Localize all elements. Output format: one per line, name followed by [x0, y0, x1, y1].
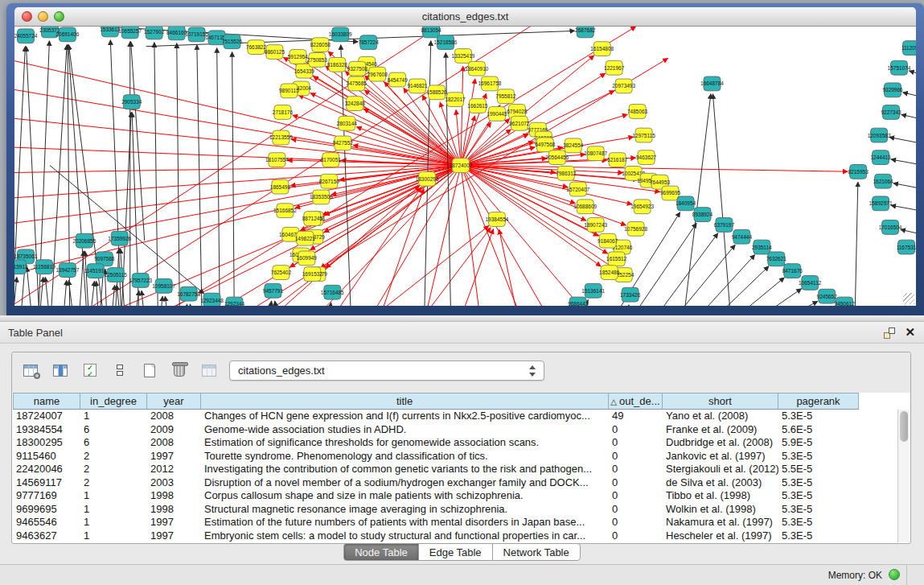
graph-node[interactable]: 12923448 [200, 293, 224, 306]
table-row[interactable]: 946362711997Embryonic stem cells: a mode… [13, 529, 897, 543]
graph-node[interactable]: 8215953 [848, 165, 869, 179]
graph-node[interactable]: 3824554 [563, 138, 584, 153]
graph-node[interactable]: 12093583 [868, 128, 891, 142]
graph-node[interactable]: 8471676 [782, 264, 803, 278]
graph-node[interactable]: 7663822 [246, 40, 267, 55]
graph-node[interactable]: 5912954 [288, 50, 309, 64]
new-column-button[interactable] [139, 359, 160, 381]
graph-node[interactable]: 1498221 [295, 231, 316, 245]
graph-node[interactable]: 7515526 [222, 35, 243, 49]
graph-node[interactable]: 8170051 [321, 153, 342, 167]
graph-node[interactable]: 10756928 [624, 222, 647, 237]
column-header-title[interactable]: title [201, 393, 609, 410]
graph-node[interactable]: 1662615 [467, 99, 488, 113]
graph-node[interactable]: 20973493 [612, 79, 635, 93]
graph-node[interactable]: 1588520 [426, 85, 447, 100]
graph-node[interactable]: 15166852 [273, 204, 297, 218]
select-column-button[interactable] [50, 359, 71, 381]
delete-column-button[interactable] [169, 359, 190, 381]
graph-node[interactable]: 1852486 [599, 266, 620, 280]
graph-node[interactable]: 2718176 [273, 105, 294, 120]
graph-node[interactable]: 8267150 [319, 174, 340, 188]
column-header-short[interactable]: short [663, 393, 778, 410]
graph-node[interactable]: 16961758 [478, 76, 502, 91]
graph-node[interactable]: 1609949 [297, 251, 318, 266]
memory-status-indicator[interactable] [889, 569, 900, 580]
graph-node[interactable]: 3242848 [345, 97, 366, 111]
graph-node[interactable]: 18640910 [466, 61, 489, 76]
graph-node[interactable]: 13942757 [55, 263, 79, 278]
table-row[interactable]: 1456911722003Disruption of a novel membe… [13, 476, 897, 490]
graph-node[interactable]: 20691406 [55, 27, 79, 42]
panel-splitter[interactable] [0, 315, 924, 322]
graph-node[interactable]: 18353505 [310, 190, 333, 204]
graph-node[interactable]: 15136141 [581, 283, 605, 298]
window-resize-grip[interactable] [903, 293, 914, 304]
graph-node[interactable]: 20206856 [72, 233, 96, 248]
citation-network-graph[interactable]: 2405572423053732069140615336131065525715… [14, 27, 916, 306]
column-header-out_degree[interactable]: △out_de... [609, 393, 663, 410]
graph-node[interactable]: 1733426 [620, 287, 641, 302]
graph-node[interactable]: 19384554 [486, 212, 509, 227]
graph-node[interactable]: 16154808 [590, 42, 614, 56]
graph-node[interactable]: 8938924 [692, 208, 713, 222]
graph-node[interactable]: 7625402 [271, 266, 292, 280]
graph-node[interactable]: 18724007 [450, 159, 473, 173]
graph-node[interactable]: 9427552 [333, 136, 354, 150]
table-selector-dropdown[interactable]: citations_edges.txt [229, 360, 544, 381]
scrollbar-thumb[interactable] [900, 411, 908, 442]
column-header-in_degree[interactable]: in_degree [80, 393, 147, 410]
graph-node[interactable]: 16033809 [329, 27, 352, 42]
graph-node[interactable]: 2750853 [307, 53, 328, 68]
table-row[interactable]: 2242004622012Investigating the contribut… [13, 463, 897, 476]
graph-node[interactable]: 10958107 [152, 278, 175, 293]
network-window-titlebar[interactable]: citations_edges.txt [14, 7, 916, 27]
close-panel-icon[interactable]: ✕ [905, 325, 915, 340]
graph-node[interactable]: 12975115 [632, 128, 655, 142]
window-close-button[interactable] [22, 11, 32, 22]
graph-node[interactable]: 1615512 [606, 252, 627, 266]
graph-node[interactable]: 2687682 [575, 27, 596, 38]
graph-node[interactable]: 3475685 [347, 76, 368, 91]
graph-node[interactable]: 9184067 [598, 233, 618, 248]
graph-node[interactable]: 7857224 [359, 35, 380, 50]
graph-node[interactable]: 10654112 [799, 276, 822, 290]
table-row[interactable]: 911546021997Tourette syndrome. Phenomeno… [13, 450, 897, 463]
graph-node[interactable]: 18300295 [416, 171, 439, 186]
graph-node[interactable]: 1112053 [901, 41, 916, 56]
graph-node[interactable]: 10807487 [584, 146, 607, 161]
graph-node[interactable]: 9890115 [279, 84, 299, 98]
graph-node[interactable]: 7632621 [766, 252, 787, 266]
column-header-name[interactable]: name [13, 393, 80, 410]
graph-node[interactable]: 18907243 [584, 218, 607, 233]
graph-node[interactable]: 8871245 [302, 212, 323, 226]
tab-edge-table[interactable]: Edge Table [418, 543, 493, 561]
graph-node[interactable]: 8186328 [327, 57, 348, 72]
float-panel-icon[interactable] [884, 328, 895, 339]
graph-node[interactable]: 6379197 [714, 218, 735, 233]
graph-node[interactable]: 7485063 [627, 105, 648, 119]
graph-node[interactable]: 1533613 [100, 27, 121, 37]
graph-node[interactable]: 13325419 [452, 49, 475, 64]
graph-node[interactable]: 7986312 [556, 167, 577, 181]
graph-node[interactable]: 8466160 [166, 27, 187, 40]
graph-node[interactable]: 19654923 [630, 200, 654, 214]
graph-node[interactable]: 15751074 [888, 60, 911, 75]
graph-node[interactable]: 1990445 [487, 107, 507, 122]
row-height-button[interactable] [109, 359, 130, 381]
graph-node[interactable]: 18107554 [265, 153, 289, 167]
column-visibility-button[interactable]: ✓✓ [80, 359, 101, 381]
graph-node[interactable]: 9146821 [407, 79, 428, 93]
graph-node[interactable]: 9329966 [882, 83, 903, 97]
table-row[interactable]: 946554611997Estimation of the future num… [13, 516, 897, 529]
graph-node[interactable]: 9474444 [732, 229, 753, 244]
graph-node[interactable]: 8226058 [310, 38, 331, 52]
tab-node-table[interactable]: Node Table [343, 543, 419, 561]
graph-node[interactable]: 9686443 [568, 297, 589, 306]
graph-node[interactable]: 9457791 [263, 283, 284, 298]
graph-node[interactable]: 11156819 [33, 260, 55, 274]
graph-node[interactable]: 6497568 [535, 138, 556, 152]
table-row[interactable]: 1872400712008Changes of HCN gene express… [13, 410, 897, 423]
graph-node[interactable]: 17016504 [879, 220, 902, 235]
network-canvas[interactable]: 2405572423053732069140615336131065525715… [14, 27, 916, 306]
